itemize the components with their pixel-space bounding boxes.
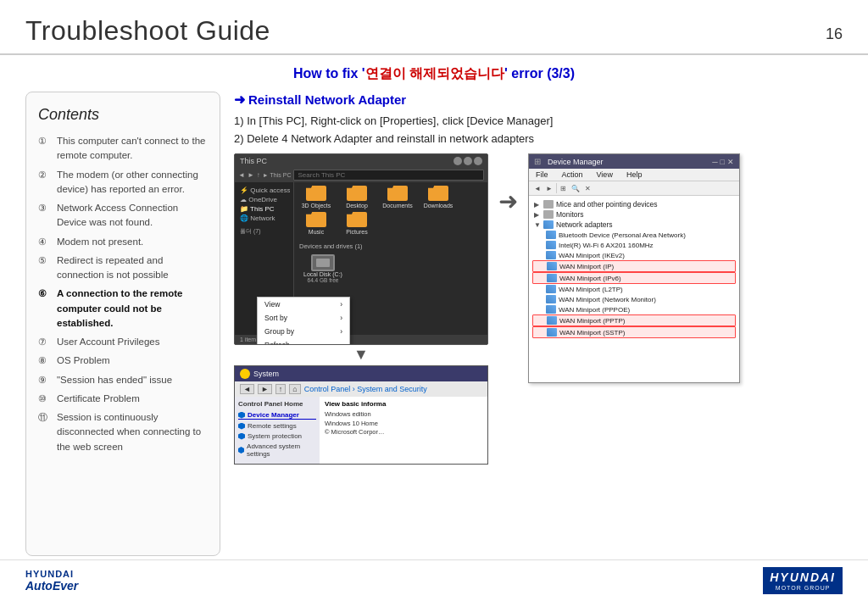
step1-text: 1) In [This PC], Right-click on [Propert… bbox=[234, 114, 843, 127]
fe-folder-item[interactable]: Downloads bbox=[420, 186, 457, 209]
fe-maximize-btn[interactable] bbox=[464, 157, 472, 165]
dm-item-pppoe[interactable]: WAN Miniport (PPPOE) bbox=[532, 304, 736, 314]
drive-icon bbox=[311, 254, 335, 271]
dm-item-pptp[interactable]: WAN Miniport (PPTP) bbox=[532, 314, 736, 326]
sys-advanced-link[interactable]: Advanced system settings bbox=[238, 442, 316, 458]
sys-left-title: Control Panel Home bbox=[238, 400, 316, 408]
folder-icon bbox=[306, 212, 326, 227]
sys-right-title: View basic informa bbox=[325, 400, 482, 408]
dm-item-ikev2[interactable]: WAN Miniport (IKEv2) bbox=[532, 250, 736, 260]
right-arrow-icon: ➜ bbox=[498, 187, 518, 215]
fe-folder-item[interactable]: Pictures bbox=[338, 212, 376, 235]
system-titlebar-icon bbox=[240, 369, 250, 379]
dm-menu-view[interactable]: View bbox=[590, 169, 620, 181]
dm-item-netmon[interactable]: WAN Miniport (Network Monitor) bbox=[532, 294, 736, 304]
fe-folder-item[interactable]: 3D Objects bbox=[298, 186, 335, 209]
fe-forward-btn[interactable]: ► bbox=[248, 171, 254, 179]
section-title-suffix: ' error (3/3) bbox=[504, 66, 575, 81]
fe-search-input[interactable] bbox=[293, 170, 484, 181]
file-explorer-screenshot: This PC ◄ ► ↑ ► bbox=[234, 153, 488, 345]
path-text: Control Panel › System and Security bbox=[304, 385, 427, 393]
fe-sidebar-item[interactable]: 📁 This PC bbox=[238, 204, 290, 214]
section-title: How to fix '연결이 해제되었습니다' error (3/3) bbox=[25, 55, 843, 92]
fe-sidebar-item[interactable]: ⚡ Quick access bbox=[238, 186, 290, 195]
dm-titlebar: ⊞ Device Manager ─ □ ✕ bbox=[529, 154, 739, 169]
sidebar-title: Contents bbox=[38, 106, 208, 124]
fe-sidebar-item[interactable]: 🌐 Network bbox=[238, 214, 290, 223]
path-back-btn[interactable]: ◄ bbox=[240, 384, 254, 394]
dm-menu-bar: File Action View Help bbox=[529, 169, 739, 181]
dm-minimize-btn[interactable]: ─ bbox=[712, 158, 717, 166]
sys-remote-settings-link[interactable]: Remote settings bbox=[238, 422, 316, 430]
section-title-prefix: How to fix ' bbox=[293, 66, 365, 81]
drive-item[interactable]: Local Disk (C:) 64.4 GB free View › Sort… bbox=[298, 254, 348, 283]
fe-up-btn[interactable]: ↑ bbox=[257, 171, 260, 179]
sys-left-panel: Control Panel Home Device Manager Remote… bbox=[235, 397, 320, 464]
dm-item-bluetooth[interactable]: Bluetooth Device (Personal Area Network) bbox=[532, 230, 736, 240]
system-titlebar: System bbox=[235, 366, 487, 381]
fe-back-btn[interactable]: ◄ bbox=[238, 171, 245, 179]
dm-close-btn[interactable]: ✕ bbox=[727, 158, 734, 166]
fe-main-area: 3D Objects Desktop Documents bbox=[294, 182, 487, 335]
dm-tb-forward[interactable]: ► bbox=[544, 184, 554, 193]
drives-section-label: Devices and drives (1) bbox=[298, 242, 484, 251]
dm-category-monitors[interactable]: ▶ Monitors bbox=[532, 209, 736, 220]
sys-protection-link[interactable]: System protection bbox=[238, 432, 316, 440]
fe-folder-item[interactable]: Documents bbox=[379, 186, 416, 209]
dm-item-sstp[interactable]: WAN Miniport (SSTP) bbox=[532, 326, 736, 338]
list-item: ⑧ OS Problem bbox=[38, 353, 208, 368]
reinstall-title: ➜ Reinstall Network Adapter bbox=[234, 92, 843, 108]
folder-icon bbox=[306, 186, 326, 201]
dm-item-label: WAN Miniport (IKEv2) bbox=[559, 252, 625, 259]
fe-folder-item[interactable]: Desktop bbox=[338, 186, 376, 209]
ctx-view[interactable]: View › bbox=[258, 298, 349, 311]
dm-item-icon bbox=[546, 231, 556, 239]
list-item: ⑦ User Account Privileges bbox=[38, 335, 208, 349]
ctx-sort[interactable]: Sort by › bbox=[258, 311, 349, 325]
dm-tb-scan[interactable]: 🔍 bbox=[570, 184, 581, 193]
dm-item-label: WAN Miniport (PPTP) bbox=[559, 317, 626, 325]
dm-item-l2tp[interactable]: WAN Miniport (L2TP) bbox=[532, 284, 736, 294]
footer-logo-left: HYUNDAI AutoEver bbox=[25, 569, 78, 593]
dm-menu-action[interactable]: Action bbox=[555, 169, 590, 181]
ctx-refresh[interactable]: Refresh bbox=[258, 338, 349, 345]
fe-sidebar-item[interactable]: ☁ OneDrive bbox=[238, 195, 290, 204]
page: Troubleshoot Guide 16 How to fix '연결이 해제… bbox=[0, 0, 868, 601]
shield-icon bbox=[238, 412, 245, 419]
dm-menu-file[interactable]: File bbox=[529, 169, 555, 181]
ctx-group[interactable]: Group by › bbox=[258, 325, 349, 338]
fe-title: This PC bbox=[240, 157, 450, 165]
path-up-btn[interactable]: ↑ bbox=[275, 384, 287, 394]
fe-minimize-btn[interactable] bbox=[453, 157, 462, 165]
path-forward-btn[interactable]: ► bbox=[258, 384, 272, 394]
dm-category-network[interactable]: ▼ Network adapters bbox=[532, 220, 736, 230]
dm-network-label: Network adapters bbox=[556, 220, 613, 229]
dm-category-mice[interactable]: ▶ Mice and other pointing devices bbox=[532, 199, 736, 209]
dm-menu-help[interactable]: Help bbox=[620, 169, 649, 181]
list-item: ③ Network Access Connection Device was n… bbox=[38, 201, 208, 231]
sidebar: Contents ① This computer can't connect t… bbox=[25, 92, 220, 556]
page-title: Troubleshoot Guide bbox=[25, 15, 270, 47]
fe-path-btn[interactable]: ► This PC bbox=[263, 172, 292, 178]
dm-maximize-btn[interactable]: □ bbox=[721, 158, 725, 166]
dm-item-icon bbox=[546, 295, 556, 303]
dm-item-ipv6[interactable]: WAN Miniport (IPv6) bbox=[532, 272, 736, 284]
dm-item-label: Bluetooth Device (Personal Area Network) bbox=[559, 231, 686, 239]
dm-tb-back[interactable]: ◄ bbox=[532, 184, 542, 193]
dm-item-label: WAN Miniport (SSTP) bbox=[559, 329, 626, 337]
dm-window-icon: ⊞ bbox=[534, 157, 541, 166]
dm-tb-uninstall[interactable]: ✕ bbox=[583, 184, 593, 193]
context-menu: View › Sort by › Group by › Refresh Undo… bbox=[257, 297, 350, 345]
dm-expand-icon: ▶ bbox=[534, 211, 541, 219]
fe-close-btn[interactable] bbox=[474, 157, 482, 165]
sys-device-manager-link[interactable]: Device Manager bbox=[238, 411, 316, 420]
path-home-btn[interactable]: ⌂ bbox=[289, 384, 300, 394]
dm-item-intel-wifi[interactable]: Intel(R) Wi-Fi 6 AX201 160MHz bbox=[532, 240, 736, 250]
list-item: ⑨ "Session has ended" issue bbox=[38, 373, 208, 387]
dm-tree: ▶ Mice and other pointing devices ▶ Moni… bbox=[529, 196, 739, 382]
dm-item-ip[interactable]: WAN Miniport (IP) bbox=[532, 260, 736, 272]
fe-folder-item[interactable]: Music bbox=[298, 212, 335, 235]
dm-tb-prop[interactable]: ⊞ bbox=[559, 184, 568, 193]
reinstall-label: Reinstall Network Adapter bbox=[248, 92, 406, 107]
step2-text: 2) Delete 4 Network Adapter and reinstal… bbox=[234, 132, 843, 145]
